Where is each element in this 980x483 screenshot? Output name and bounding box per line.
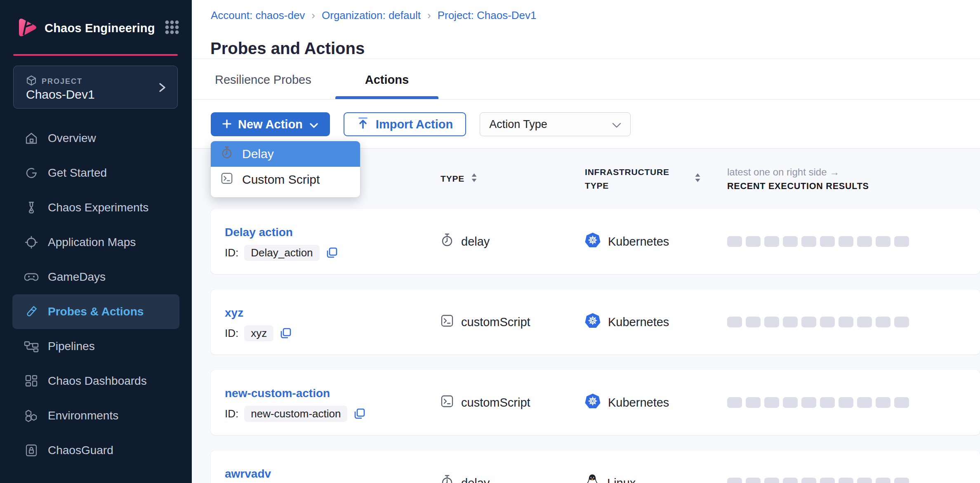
sidebar-item-pipelines[interactable]: Pipelines [0,329,192,364]
execution-result-block[interactable] [727,317,742,327]
execution-result-block[interactable] [857,236,872,247]
sidebar-item-gamedays[interactable]: GameDays [0,260,192,294]
sidebar-item-overview[interactable]: Overview [0,121,192,156]
action-name-link[interactable]: Delay action [225,225,441,239]
execution-result-block[interactable] [894,317,909,327]
accent-divider [13,54,178,56]
table-row[interactable]: awrvadv delay [211,450,980,483]
breadcrumb-separator: › [427,9,431,22]
chevron-right-icon [157,81,167,96]
recent-execution-results [727,478,980,483]
kubernetes-icon [585,313,601,331]
action-type-select[interactable]: Action Type [480,112,631,136]
terminal-icon [441,314,454,330]
execution-result-block[interactable] [727,478,742,483]
execution-result-block[interactable] [876,236,890,247]
execution-result-block[interactable] [783,397,798,408]
execution-result-block[interactable] [746,236,761,247]
execution-result-block[interactable] [783,317,798,327]
execution-result-block[interactable] [857,478,872,483]
breadcrumb-organization[interactable]: Organization: default [322,9,421,22]
execution-result-block[interactable] [839,317,853,327]
column-header-infrastructure[interactable]: INFRASTRUCTURE TYPE [585,165,727,192]
sidebar-item-application-maps[interactable]: Application Maps [0,225,192,260]
tab-actions[interactable]: Actions [335,73,438,99]
execution-result-block[interactable] [857,317,872,327]
execution-result-block[interactable] [801,236,816,247]
cube-icon [26,75,37,88]
breadcrumb-separator: › [311,9,315,22]
execution-result-block[interactable] [801,317,816,327]
recent-execution-results [727,397,980,408]
execution-result-block[interactable] [876,478,890,483]
breadcrumb-account[interactable]: Account: chaos-dev [211,9,305,22]
execution-result-block[interactable] [746,478,761,483]
sidebar: Chaos Engineering PROJECT [0,0,192,483]
table-row[interactable]: Delay action ID: Delay_action [211,209,980,274]
sidebar-item-chaos-dashboards[interactable]: Chaos Dashboards [0,364,192,398]
table-rows: Delay action ID: Delay_action [211,209,980,483]
execution-result-block[interactable] [820,236,835,247]
sidebar-item-environments[interactable]: Environments [0,398,192,433]
sort-icon[interactable] [695,173,701,185]
execution-result-block[interactable] [783,236,798,247]
hexagons-icon [24,408,39,423]
sort-icon[interactable] [471,173,477,185]
project-selector[interactable]: PROJECT Chaos-Dev1 [13,66,178,109]
tab-resilience-probes[interactable]: Resilience Probes [211,73,316,99]
execution-result-block[interactable] [894,397,909,408]
execution-result-block[interactable] [764,397,779,408]
column-header-type[interactable]: TYPE [441,173,585,185]
execution-result-block[interactable] [820,317,835,327]
sidebar-item-chaos-experiments[interactable]: Chaos Experiments [0,190,192,225]
execution-result-block[interactable] [801,397,816,408]
sidebar-item-get-started[interactable]: Get Started [0,156,192,190]
execution-result-block[interactable] [839,236,853,247]
terminal-icon [221,172,233,187]
sidebar-item-probes-actions[interactable]: Probes & Actions [12,294,179,329]
tabs-divider [192,99,980,99]
sidebar-item-chaosguard[interactable]: ChaosGuard [0,433,192,468]
execution-result-block[interactable] [727,397,742,408]
execution-result-block[interactable] [801,478,816,483]
execution-result-block[interactable] [764,236,779,247]
execution-result-block[interactable] [894,236,909,247]
execution-result-block[interactable] [820,478,835,483]
menu-item-custom-script[interactable]: Custom Script [211,167,360,192]
sidebar-header: Chaos Engineering [16,16,179,40]
copy-icon[interactable] [325,246,338,259]
action-type-cell: customScript [441,314,585,330]
execution-result-block[interactable] [857,397,872,408]
execution-result-block[interactable] [764,478,779,483]
execution-result-block[interactable] [839,397,853,408]
execution-result-block[interactable] [783,478,798,483]
execution-result-block[interactable] [839,478,853,483]
execution-result-block[interactable] [746,317,761,327]
linux-icon [585,474,600,483]
execution-result-block[interactable] [876,397,890,408]
table-row[interactable]: new-custom-action ID: new-custom-action [211,370,980,435]
breadcrumb-project[interactable]: Project: Chaos-Dev1 [438,9,537,22]
execution-result-block[interactable] [876,317,890,327]
table-row[interactable]: xyz ID: xyz [211,289,980,355]
new-action-button[interactable]: New Action [211,112,330,136]
recent-execution-results [727,317,980,327]
test-tube-icon [24,304,39,319]
execution-result-block[interactable] [820,397,835,408]
app-grid-icon[interactable] [165,20,179,36]
execution-result-block[interactable] [894,478,909,483]
execution-result-block[interactable] [727,236,742,247]
header-divider [192,59,980,59]
sidebar-nav: Overview Get Started Chaos Experiments [0,121,192,468]
action-name-link[interactable]: new-custom-action [225,386,441,400]
stopwatch-icon [441,233,454,250]
action-name-link[interactable]: xyz [225,306,441,320]
copy-icon[interactable] [279,327,292,340]
execution-result-block[interactable] [764,317,779,327]
copy-icon[interactable] [353,407,366,420]
execution-result-block[interactable] [746,397,761,408]
menu-item-delay[interactable]: Delay [211,141,360,167]
app-window: Chaos Engineering PROJECT [0,0,980,483]
action-name-link[interactable]: awrvadv [225,467,441,481]
import-action-button[interactable]: Import Action [344,112,466,136]
